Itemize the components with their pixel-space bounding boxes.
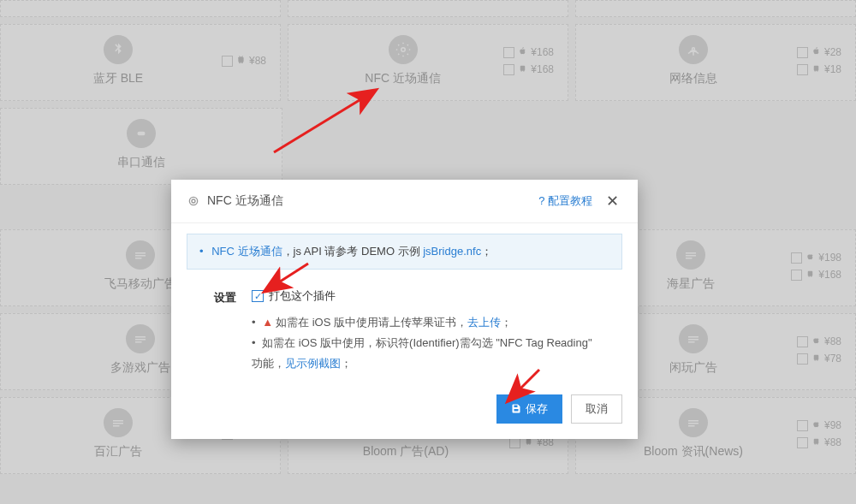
note-text: 如需在 iOS 版中使用请上传苹果证书，: [276, 316, 467, 329]
nfc-icon: [187, 194, 200, 208]
info-text: ，js API 请参考 DEMO 示例: [282, 245, 424, 258]
save-icon: [511, 403, 521, 416]
save-button-label: 保存: [526, 401, 548, 417]
svg-point-4: [189, 197, 197, 205]
modal-title: NFC 近场通信: [207, 193, 283, 209]
save-button[interactable]: 保存: [496, 394, 562, 424]
nfc-config-modal: NFC 近场通信 ? 配置教程 ✕ • NFC 近场通信，js API 请参考 …: [171, 180, 638, 439]
checkbox-checked-icon[interactable]: ✓: [252, 290, 264, 302]
info-api-link[interactable]: jsBridge.nfc: [423, 245, 481, 258]
info-end: ；: [481, 245, 492, 258]
info-nfc-link[interactable]: NFC 近场通信: [211, 245, 282, 258]
note-item: 如需在 iOS 版中使用，标识符(Identifier)需勾选 "NFC Tag…: [252, 333, 595, 374]
checkbox-label: 打包这个插件: [269, 288, 336, 304]
cancel-button-label: 取消: [586, 401, 608, 417]
note-end: ；: [341, 357, 352, 370]
upload-cert-link[interactable]: 去上传: [467, 316, 501, 329]
config-tutorial-link[interactable]: ? 配置教程: [538, 193, 592, 209]
example-screenshot-link[interactable]: 见示例截图: [285, 357, 341, 370]
note-end: ；: [501, 316, 512, 329]
warning-icon: ▲: [262, 316, 273, 329]
setting-label: 设置: [214, 288, 240, 305]
modal-header: NFC 近场通信 ? 配置教程 ✕: [171, 180, 638, 223]
cancel-button[interactable]: 取消: [571, 394, 622, 424]
close-icon[interactable]: ✕: [603, 190, 622, 212]
svg-point-3: [192, 199, 195, 203]
bundle-plugin-checkbox-row[interactable]: ✓ 打包这个插件: [252, 288, 595, 304]
modal-info-bar: • NFC 近场通信，js API 请参考 DEMO 示例 jsBridge.n…: [187, 234, 622, 270]
note-item: ▲如需在 iOS 版中使用请上传苹果证书，去上传；: [252, 312, 595, 333]
